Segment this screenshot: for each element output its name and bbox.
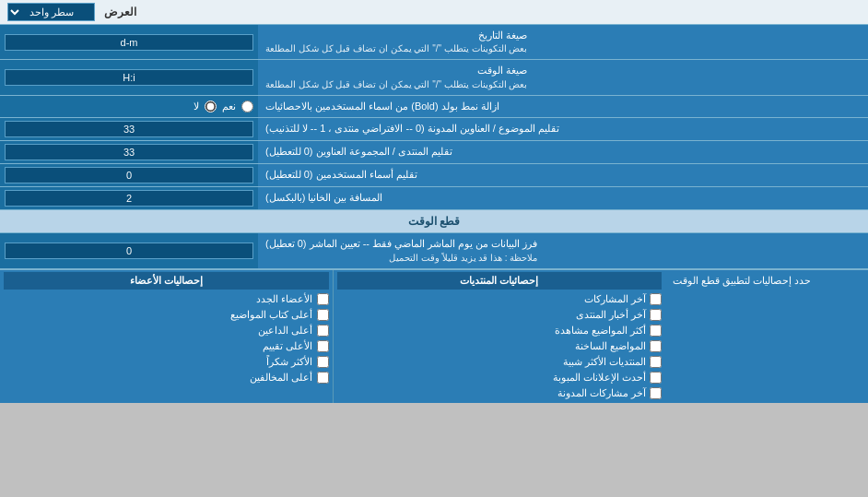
checkbox-most-viewed[interactable]	[650, 325, 662, 337]
checkbox-top-violators[interactable]	[317, 372, 329, 384]
checkbox-similar[interactable]	[650, 356, 662, 368]
remove-bold-no-radio[interactable]	[205, 101, 217, 112]
cutoff-input-cell	[0, 233, 258, 267]
remove-bold-label: ازالة نمط بولد (Bold) من اسماء المستخدمي…	[258, 96, 868, 117]
cutoff-section-header: قطع الوقت	[0, 210, 868, 233]
stats-members-header: إحصاليات الأعضاء	[4, 272, 329, 290]
gap-row: المسافة بين الخانيا (بالبكسل)	[0, 187, 868, 210]
date-format-input-cell	[0, 25, 258, 59]
checkbox-top-writers[interactable]	[317, 309, 329, 321]
stats-members-block: إحصاليات الأعضاء الأعضاء الجدد أعلى كتاب…	[0, 270, 334, 403]
gap-input-cell	[0, 187, 258, 209]
remove-bold-yes-label: نعم	[222, 101, 236, 112]
stats-item-most-viewed: أكثر المواضيع مشاهدة	[337, 323, 663, 338]
forum-limit-label: تقليم المنتدى / المجموعة العناوين (0 للت…	[258, 141, 868, 163]
time-format-input[interactable]	[5, 69, 253, 86]
stats-item-top-inviters: أعلى الداعين	[4, 323, 329, 338]
cutoff-label: فرز البيانات من يوم الماشر الماضي فقط --…	[258, 233, 868, 267]
users-limit-input-cell	[0, 164, 258, 186]
checkbox-new-members[interactable]	[317, 293, 329, 305]
stats-item-hot: المواضيع الساخنة	[337, 338, 663, 354]
gap-label: المسافة بين الخانيا (بالبكسل)	[258, 187, 868, 209]
time-format-input-cell	[0, 60, 258, 94]
stats-right-label: حدد إحصاليات لتطبيق قطع الوقت	[665, 270, 868, 403]
stats-item-top-violators: أعلى المخالفين	[4, 370, 329, 385]
users-limit-input[interactable]	[5, 167, 253, 183]
remove-bold-radio-group: نعم لا	[194, 101, 253, 112]
forum-limit-row: تقليم المنتدى / المجموعة العناوين (0 للت…	[0, 141, 868, 164]
stats-columns: إحصائيات المنتديات آخر المشاركات آخر أخب…	[0, 270, 665, 403]
remove-bold-no-label: لا	[194, 101, 199, 112]
topics-limit-row: تقليم الموضوع / العناوين المدونة (0 -- ا…	[0, 118, 868, 141]
checkbox-forum-news[interactable]	[650, 309, 662, 321]
date-format-row: صيغة التاريخ بعض التكوينات يتطلب "/" الت…	[0, 25, 868, 60]
display-select[interactable]: سطر واحد سطرين ثلاثة أسطر	[7, 3, 95, 21]
stats-item-new-members: الأعضاء الجدد	[4, 291, 329, 307]
stats-forums-block: إحصائيات المنتديات آخر المشاركات آخر أخب…	[334, 270, 666, 403]
stats-item-shares: آخر المشاركات	[337, 291, 663, 307]
stats-item-top-writers: أعلى كتاب المواضيع	[4, 307, 329, 323]
stats-item-similar: المنتديات الأكثر شبية	[337, 354, 663, 370]
users-limit-label: تقليم أسماء المستخدمين (0 للتعطيل)	[258, 164, 868, 186]
top-label: العرض	[104, 6, 136, 18]
stats-item-blog-posts: آخر مشاركات المدونة	[337, 385, 663, 401]
gap-input[interactable]	[5, 190, 253, 207]
checkbox-blog-posts[interactable]	[650, 387, 662, 399]
checkbox-announcements[interactable]	[650, 372, 662, 384]
cutoff-row: فرز البيانات من يوم الماشر الماضي فقط --…	[0, 233, 868, 268]
checkbox-hot[interactable]	[650, 340, 662, 352]
time-format-label: صيغة الوقت بعض التكوينات يتطلب "/" التي …	[258, 60, 868, 94]
remove-bold-input-cell: نعم لا	[0, 96, 258, 117]
checkbox-top-inviters[interactable]	[317, 325, 329, 337]
date-format-input[interactable]	[5, 34, 253, 51]
remove-bold-yes-radio[interactable]	[241, 101, 253, 112]
remove-bold-row: ازالة نمط بولد (Bold) من اسماء المستخدمي…	[0, 96, 868, 118]
forum-limit-input[interactable]	[5, 144, 253, 160]
date-format-label: صيغة التاريخ بعض التكوينات يتطلب "/" الت…	[258, 25, 868, 59]
time-format-row: صيغة الوقت بعض التكوينات يتطلب "/" التي …	[0, 60, 868, 95]
checkbox-most-thanks[interactable]	[317, 356, 329, 368]
stats-item-top-rated: الأعلى تقييم	[4, 338, 329, 354]
stats-item-most-thanks: الأكثر شكراً	[4, 354, 329, 370]
topics-limit-input-cell	[0, 118, 258, 140]
stats-item-forum-news: آخر أخبار المنتدى	[337, 307, 663, 323]
topics-limit-input[interactable]	[5, 121, 253, 137]
cutoff-input[interactable]	[5, 243, 253, 259]
stats-item-announcements: أحدث الإعلانات المبوبة	[337, 370, 663, 385]
checkbox-top-rated[interactable]	[317, 340, 329, 352]
users-limit-row: تقليم أسماء المستخدمين (0 للتعطيل)	[0, 164, 868, 187]
stats-section: حدد إحصاليات لتطبيق قطع الوقت إحصائيات ا…	[0, 269, 868, 403]
forum-limit-input-cell	[0, 141, 258, 163]
stats-forums-header: إحصائيات المنتديات	[337, 272, 663, 290]
main-container: العرض سطر واحد سطرين ثلاثة أسطر صيغة الت…	[0, 0, 868, 403]
top-row: العرض سطر واحد سطرين ثلاثة أسطر	[0, 0, 868, 25]
topics-limit-label: تقليم الموضوع / العناوين المدونة (0 -- ا…	[258, 118, 868, 140]
checkbox-shares[interactable]	[650, 293, 662, 305]
